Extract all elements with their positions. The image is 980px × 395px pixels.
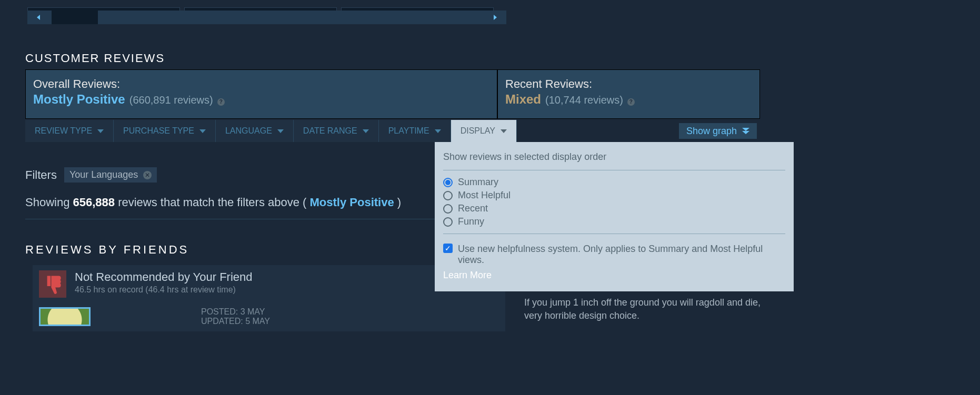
divider xyxy=(443,170,785,170)
display-option-recent[interactable]: Recent xyxy=(443,203,785,214)
filter-review-type[interactable]: REVIEW TYPE xyxy=(25,120,114,142)
display-option-summary[interactable]: Summary xyxy=(443,177,785,188)
recent-review-body: If you jump 1 inch off the ground you wi… xyxy=(524,296,766,322)
radio-label: Recent xyxy=(458,203,488,214)
overall-reviews-panel: Overall Reviews: Mostly Positive (660,89… xyxy=(26,70,497,118)
radio-icon xyxy=(443,204,453,214)
checkbox-checked-icon: ✓ xyxy=(443,244,453,253)
recent-reviews-rating: Mixed xyxy=(505,92,541,107)
display-options-description: Show reviews in selected display order xyxy=(443,151,785,163)
show-graph-button[interactable]: Show graph xyxy=(679,123,757,139)
customer-reviews-heading: CUSTOMER REVIEWS xyxy=(25,52,165,65)
filter-label: PLAYTIME xyxy=(388,126,429,136)
helpfulness-checkbox[interactable]: ✓ Use new helpfulness system. Only appli… xyxy=(443,244,785,266)
filter-chip-label: Your Languages xyxy=(69,169,138,180)
filter-label: DISPLAY xyxy=(461,126,495,136)
filter-label: DATE RANGE xyxy=(303,126,357,136)
filter-playtime[interactable]: PLAYTIME xyxy=(379,120,451,142)
filter-date-range[interactable]: DATE RANGE xyxy=(294,120,379,142)
result-count: 656,888 xyxy=(73,196,115,209)
filter-label: LANGUAGE xyxy=(225,126,272,136)
caret-down-icon xyxy=(277,129,284,133)
filters-label: Filters xyxy=(25,168,57,182)
filter-label: REVIEW TYPE xyxy=(35,126,92,136)
display-option-most-helpful[interactable]: Most Helpful xyxy=(443,190,785,201)
filter-language[interactable]: LANGUAGE xyxy=(216,120,294,142)
radio-label: Summary xyxy=(458,177,498,188)
filter-label: PURCHASE TYPE xyxy=(123,126,194,136)
caret-down-icon xyxy=(435,129,441,133)
reviews-by-friends-heading: REVIEWS BY FRIENDS xyxy=(25,243,189,257)
svg-marker-0 xyxy=(37,15,40,20)
radio-icon xyxy=(443,191,453,200)
overall-reviews-count: (660,891 reviews) xyxy=(129,94,213,106)
result-rating: Mostly Positive xyxy=(310,196,394,209)
caret-down-icon xyxy=(363,129,369,133)
caret-down-icon xyxy=(501,129,507,133)
chevrons-down-icon xyxy=(742,128,749,134)
overall-reviews-label: Overall Reviews: xyxy=(33,77,489,91)
friend-review-posted: POSTED: 3 MAY xyxy=(201,307,270,317)
arrow-right-icon xyxy=(492,14,498,21)
radio-label: Funny xyxy=(458,216,484,227)
divider xyxy=(443,234,785,234)
filter-chip-your-languages[interactable]: Your Languages ✕ xyxy=(64,167,157,183)
radio-label: Most Helpful xyxy=(458,190,511,201)
recent-reviews-label: Recent Reviews: xyxy=(505,77,752,91)
checkbox-label: Use new helpfulness system. Only applies… xyxy=(458,244,785,266)
svg-marker-1 xyxy=(494,15,497,20)
friend-review-updated: UPDATED: 5 MAY xyxy=(201,317,270,326)
applied-filters-row: Filters Your Languages ✕ xyxy=(25,167,157,183)
display-option-funny[interactable]: Funny xyxy=(443,216,785,227)
info-icon[interactable]: ? xyxy=(217,98,225,106)
review-summary-row: Overall Reviews: Mostly Positive (660,89… xyxy=(25,69,760,119)
showing-results-text: Showing 656,888 reviews that match the f… xyxy=(25,196,401,209)
info-icon[interactable]: ? xyxy=(627,98,635,106)
show-graph-label: Show graph xyxy=(686,126,737,137)
friend-review-hours: 46.5 hrs on record (46.4 hrs at review t… xyxy=(75,285,253,295)
radio-icon xyxy=(443,178,453,187)
radio-icon xyxy=(443,217,453,227)
caret-down-icon xyxy=(97,129,104,133)
screenshot-scroll-thumb[interactable] xyxy=(52,11,98,24)
filter-display[interactable]: DISPLAY xyxy=(451,120,517,142)
thumbs-down-icon xyxy=(39,270,66,298)
filter-purchase-type[interactable]: PURCHASE TYPE xyxy=(114,120,216,142)
recent-reviews-count: (10,744 reviews) xyxy=(545,94,623,106)
learn-more-link[interactable]: Learn More xyxy=(443,270,785,281)
screenshot-nav xyxy=(27,11,506,24)
screenshot-next-button[interactable] xyxy=(483,11,506,24)
recent-reviews-panel: Recent Reviews: Mixed (10,744 reviews) ? xyxy=(497,70,759,118)
review-filter-row: REVIEW TYPE PURCHASE TYPE LANGUAGE DATE … xyxy=(25,120,760,142)
caret-down-icon xyxy=(199,129,206,133)
close-icon[interactable]: ✕ xyxy=(143,171,152,179)
arrow-left-icon xyxy=(36,14,42,21)
screenshot-prev-button[interactable] xyxy=(27,11,51,24)
display-options-panel: Show reviews in selected display order S… xyxy=(435,142,794,291)
friend-avatar[interactable] xyxy=(39,307,91,326)
overall-reviews-rating: Mostly Positive xyxy=(33,92,125,107)
friend-review-title: Not Recommended by Your Friend xyxy=(75,270,253,284)
